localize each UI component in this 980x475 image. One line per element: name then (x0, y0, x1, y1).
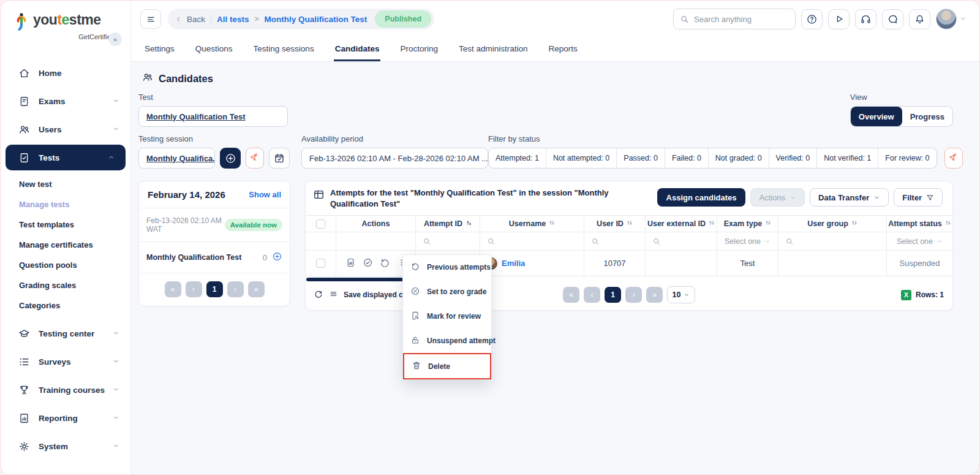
page-number-button[interactable]: 1 (605, 287, 621, 303)
sidebar-item-system[interactable]: System (1, 432, 130, 460)
prev-page-button[interactable]: ‹ (186, 281, 202, 297)
select-all-checkbox[interactable] (316, 219, 325, 229)
tab-test-administration[interactable]: Test administration (458, 37, 529, 61)
sidebar-item-manage-tests[interactable]: Manage tests (1, 194, 130, 215)
notifications-button[interactable] (909, 9, 930, 29)
back-button[interactable]: Back (175, 15, 205, 24)
menu-item-unsuspend-attempt[interactable]: Unsuspend attempt (403, 329, 491, 353)
chip-failed[interactable]: Failed: 0 (665, 148, 709, 168)
menu-item-previous-attempts[interactable]: Previous attempts (403, 255, 491, 279)
user-avatar[interactable] (936, 9, 957, 29)
sidebar-item-exams[interactable]: Exams (1, 87, 130, 115)
testing-session-select[interactable]: Monthly Qualifica... (138, 148, 215, 169)
filter-attempt-status-select[interactable]: Select one (887, 232, 952, 251)
tab-testing-sessions[interactable]: Testing sessions (252, 37, 315, 61)
col-user-id[interactable]: User ID (584, 216, 646, 232)
chat-button[interactable] (882, 9, 903, 29)
sort-icon[interactable] (709, 219, 715, 228)
sidebar-collapse-button[interactable]: « (108, 32, 122, 46)
availability-period-input[interactable]: Feb-13-2026 02:10 AM - Feb-28-2026 02:10… (301, 148, 488, 169)
add-candidate-icon[interactable] (272, 251, 282, 264)
col-username[interactable]: Username (480, 216, 584, 232)
session-calendar-button[interactable] (269, 148, 290, 169)
filter-user-id[interactable] (584, 232, 646, 251)
test-select[interactable]: Monthly Qualification Test (138, 106, 288, 127)
columns-menu-icon[interactable] (329, 290, 338, 300)
menu-item-mark-for-review[interactable]: Mark for review (403, 304, 491, 329)
chevron-down-icon[interactable] (960, 13, 967, 25)
chip-verified[interactable]: Verified: 0 (769, 148, 818, 168)
view-toggle-progress[interactable]: Progress (902, 107, 952, 126)
next-page-button[interactable]: › (227, 281, 244, 297)
chip-not-graded[interactable]: Not graded: 0 (709, 148, 769, 168)
breadcrumb-current[interactable]: Monthly Qualification Test (265, 15, 368, 24)
sidebar-item-new-test[interactable]: New test (1, 174, 130, 194)
chip-passed[interactable]: Passed: 0 (617, 148, 665, 168)
clear-status-filter-button[interactable] (944, 148, 963, 169)
tour-button[interactable] (828, 9, 850, 29)
support-button[interactable] (855, 9, 876, 29)
help-button[interactable] (801, 9, 823, 29)
sort-icon[interactable] (627, 219, 633, 228)
sidebar-item-home[interactable]: Home (1, 59, 130, 87)
chip-not-verified[interactable]: Not verified: 1 (817, 148, 878, 168)
refresh-table-icon[interactable] (314, 289, 323, 301)
chip-not-attempted[interactable]: Not attempted: 0 (546, 148, 617, 168)
search-input[interactable] (694, 15, 789, 24)
filter-button[interactable]: Filter (894, 188, 943, 207)
sidebar-item-tests[interactable]: Tests (6, 145, 126, 170)
tab-proctoring[interactable]: Proctoring (399, 37, 439, 61)
col-attempt-id[interactable]: Attempt ID (416, 216, 480, 232)
tab-reports[interactable]: Reports (548, 37, 579, 61)
assign-candidates-button[interactable]: Assign candidates (657, 188, 746, 207)
sort-icon[interactable] (549, 219, 555, 228)
data-transfer-dropdown[interactable]: Data Transfer (810, 188, 889, 207)
first-page-button[interactable]: « (563, 287, 579, 303)
prev-page-button[interactable]: ‹ (584, 287, 600, 303)
filter-user-external-id[interactable] (646, 232, 717, 251)
menu-item-set-zero-grade[interactable]: Set to zero grade (403, 279, 491, 304)
hamburger-menu-icon[interactable] (140, 9, 161, 29)
sidebar-item-test-templates[interactable]: Test templates (1, 215, 130, 235)
last-page-button[interactable]: » (248, 281, 265, 297)
breadcrumb-all-tests[interactable]: All tests (217, 15, 249, 24)
first-page-button[interactable]: « (165, 281, 181, 297)
sidebar-item-question-pools[interactable]: Question pools (1, 255, 130, 275)
filter-username[interactable] (480, 232, 584, 251)
sidebar-item-testing-center[interactable]: Testing center (1, 319, 130, 348)
rows-per-page-select[interactable]: 10 (667, 286, 695, 303)
next-page-button[interactable]: › (625, 287, 642, 303)
export-excel-icon[interactable]: X (901, 290, 911, 300)
chip-for-review[interactable]: For review: 0 (878, 148, 936, 168)
sidebar-item-manage-certificates[interactable]: Manage certificates (1, 235, 130, 255)
tab-settings[interactable]: Settings (143, 37, 176, 61)
sidebar-item-surveys[interactable]: Surveys (1, 348, 130, 376)
show-all-link[interactable]: Show all (249, 190, 281, 199)
menu-item-delete[interactable]: Delete (404, 354, 490, 378)
sidebar-item-categories[interactable]: Categories (1, 295, 130, 316)
col-user-group[interactable]: User group (778, 216, 887, 232)
candidate-link[interactable]: Emilia (502, 259, 525, 268)
clear-session-filter-button[interactable] (246, 148, 264, 169)
sidebar-item-grading-scales[interactable]: Grading scales (1, 275, 130, 295)
col-user-external-id[interactable]: User external ID (646, 216, 717, 232)
add-session-button[interactable] (220, 148, 241, 169)
tab-questions[interactable]: Questions (194, 37, 234, 61)
sidebar-item-reporting[interactable]: Reporting (1, 404, 130, 432)
sidebar-item-users[interactable]: Users (1, 115, 130, 143)
page-number-button[interactable]: 1 (206, 281, 223, 297)
sort-icon[interactable] (851, 219, 858, 228)
tab-candidates[interactable]: Candidates (334, 37, 381, 61)
last-page-button[interactable]: » (646, 287, 663, 303)
filter-user-group[interactable] (778, 232, 887, 251)
sort-icon[interactable] (765, 219, 771, 228)
filter-exam-type-select[interactable]: Select one (717, 232, 778, 251)
row-checkbox[interactable] (316, 259, 325, 268)
verify-attempt-icon[interactable] (363, 257, 373, 270)
actions-dropdown[interactable]: Actions (750, 188, 805, 207)
sort-asc-icon[interactable] (466, 219, 472, 228)
sort-icon[interactable] (945, 219, 951, 228)
col-exam-type[interactable]: Exam type (717, 216, 778, 232)
col-attempt-status[interactable]: Attempt status (887, 216, 952, 232)
view-toggle-overview[interactable]: Overview (851, 107, 902, 126)
